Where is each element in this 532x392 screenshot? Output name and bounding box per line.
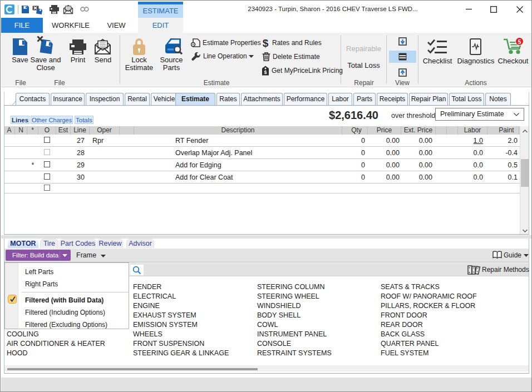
- svg-text:$: $: [264, 70, 267, 75]
